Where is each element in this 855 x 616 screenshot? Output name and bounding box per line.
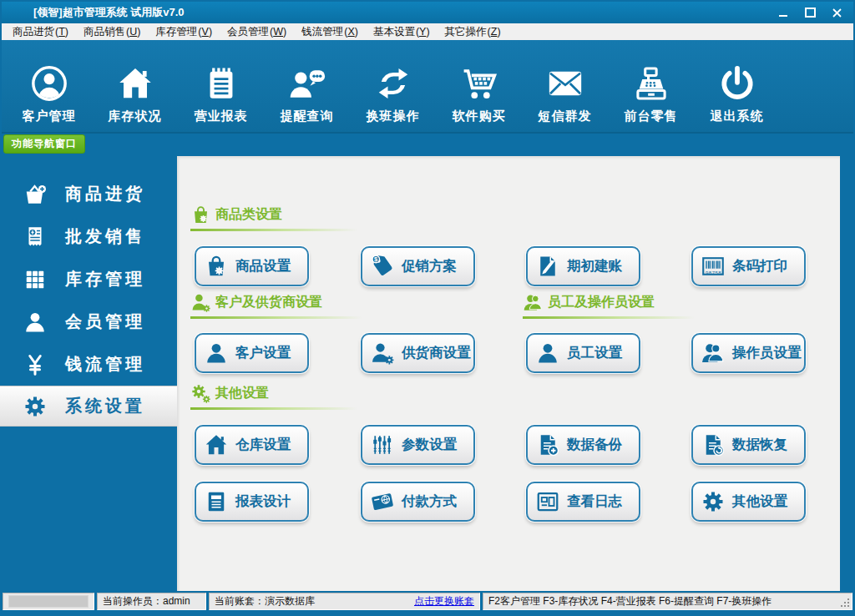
switch-account-link[interactable]: 点击更换账套	[414, 594, 474, 608]
close-button[interactable]	[828, 5, 845, 20]
status-bar: 当前操作员：admin 当前账套：演示数据库 点击更换账套 F2客户管理 F3-…	[3, 593, 852, 610]
toolbar-item-exit-system[interactable]: 退出系统	[694, 46, 780, 126]
toolbar-item-sms-broadcast[interactable]: 短信群发	[522, 46, 608, 126]
report-doc-icon	[204, 489, 229, 514]
gear-icon	[22, 393, 48, 420]
section-staff-operator-settings: 员工及操作员设置	[523, 292, 695, 319]
cash-register-icon	[632, 64, 670, 103]
parameter-settings-button[interactable]: 参数设置	[361, 425, 475, 465]
other-settings-button[interactable]: 其他设置	[691, 482, 806, 522]
resize-grip[interactable]	[841, 598, 849, 607]
sidebar-item-purchase[interactable]: 商品进货	[0, 173, 177, 215]
toolbar-item-retail-pos[interactable]: 前台零售	[608, 46, 694, 126]
section-customer-supplier-settings: 客户及供货商设置	[190, 292, 362, 319]
menu-item-member[interactable]: 会员管理W	[220, 23, 294, 40]
menu-item-other-ops[interactable]: 其它操作Z	[438, 23, 508, 40]
sidebar-item-member[interactable]: 会员管理	[0, 300, 177, 343]
sidebar-item-system-settings[interactable]: 系统设置	[0, 386, 177, 427]
menu-bar: 商品进货T 商品销售U 库存管理V 会员管理W 钱流管理X 基本设置Y 其它操作…	[2, 23, 853, 40]
status-progress	[8, 595, 89, 608]
log-windows-icon	[535, 489, 560, 514]
person-icon	[22, 309, 48, 336]
person-gear-icon	[370, 341, 395, 366]
report-pad-icon	[202, 64, 240, 103]
section-divider	[190, 316, 362, 319]
doc-plus-icon	[535, 432, 560, 457]
section-other-settings: 其他设置	[190, 383, 357, 410]
people-icon	[701, 341, 726, 366]
section-divider	[190, 229, 357, 231]
toolbar-item-reminder-query[interactable]: 提醒查询	[264, 46, 350, 126]
minimize-button[interactable]	[775, 5, 792, 20]
operator-settings-button[interactable]: 操作员设置	[691, 333, 806, 373]
promotion-plan-button[interactable]: 促销方案	[361, 246, 475, 286]
status-account: 当前账套：演示数据库	[215, 594, 315, 608]
warehouse-settings-button[interactable]: 仓库设置	[195, 425, 309, 465]
price-tag-icon	[370, 254, 395, 279]
sidebar: 商品进货 批发销售 库存管理 会员管理 钱流管理 系统设置	[0, 134, 177, 593]
person-gear-icon	[190, 292, 211, 313]
minimize-icon	[779, 15, 787, 17]
maximize-button[interactable]	[802, 5, 818, 20]
payment-method-button[interactable]: 付款方式	[361, 482, 475, 522]
toolbar-item-stock-status[interactable]: 库存状况	[92, 46, 178, 126]
menu-item-cashflow[interactable]: 钱流管理X	[294, 23, 366, 40]
menu-item-sales[interactable]: 商品销售U	[76, 23, 148, 40]
customer-circle-icon	[30, 64, 68, 103]
section-divider	[190, 407, 357, 410]
status-hotkeys-cell: F2客户管理 F3-库存状况 F4-营业报表 F6-提醒查询 F7-换班操作	[483, 593, 852, 610]
sidebar-item-inventory[interactable]: 库存管理	[0, 258, 177, 300]
employee-settings-button[interactable]: 员工设置	[526, 333, 640, 373]
grid-icon	[22, 266, 48, 293]
bag-gear-icon	[190, 204, 211, 225]
cart-icon	[460, 64, 498, 103]
menu-item-basic-settings[interactable]: 基本设置Y	[366, 23, 438, 40]
status-progress-cell	[3, 593, 94, 610]
window-title: [领智]超市管理系统 试用版v7.0	[33, 5, 185, 20]
reminder-chat-icon	[288, 64, 326, 103]
home-icon	[204, 432, 229, 457]
receipt-dollar-icon	[22, 224, 48, 250]
sidebar-item-cashflow[interactable]: 钱流管理	[0, 343, 177, 386]
menu-item-inventory[interactable]: 库存管理V	[148, 23, 220, 40]
toolbar-item-shift-change[interactable]: 换班操作	[350, 46, 436, 126]
bag-gear-icon	[204, 254, 229, 279]
doc-pen-icon	[535, 254, 560, 279]
mail-icon	[546, 64, 584, 103]
window-controls	[775, 2, 845, 23]
initial-account-button[interactable]: 期初建账	[526, 246, 640, 286]
toolbar-item-customer-mgmt[interactable]: 客户管理	[6, 46, 92, 126]
customer-settings-button[interactable]: 客户设置	[195, 333, 309, 373]
supplier-settings-button[interactable]: 供货商设置	[361, 333, 475, 373]
data-restore-button[interactable]: 数据恢复	[691, 425, 806, 465]
section-divider	[523, 316, 695, 319]
product-settings-button[interactable]: 商品设置	[195, 246, 309, 286]
person-icon	[204, 341, 229, 366]
report-design-button[interactable]: 报表设计	[195, 482, 309, 522]
menu-item-purchase[interactable]: 商品进货T	[5, 23, 76, 40]
status-hotkeys: F2客户管理 F3-库存状况 F4-营业报表 F6-提醒查询 F7-换班操作	[488, 594, 772, 608]
barcode-print-button[interactable]: 98758 条码打印	[691, 246, 806, 286]
toolbar-item-software-purchase[interactable]: 软件购买	[436, 46, 522, 126]
toolbar: 客户管理 库存状况 营业报表 提醒查询 换班操作 软件购买 短信群发 前台零售 …	[2, 40, 853, 134]
toolbar-item-business-report[interactable]: 营业报表	[178, 46, 264, 126]
doc-restore-icon	[701, 432, 726, 457]
person-icon	[535, 341, 560, 366]
gears-icon	[190, 383, 211, 404]
home-icon	[116, 64, 154, 103]
section-product-settings: 商品类设置	[190, 204, 357, 231]
data-backup-button[interactable]: 数据备份	[526, 425, 640, 465]
maximize-icon	[805, 8, 816, 18]
main-panel: 商品类设置 客户及供货商设置 员工及操作员设置 其他设置 商品设置 促销方案 期…	[177, 156, 840, 591]
people-icon	[523, 292, 544, 313]
gear-icon	[701, 489, 726, 514]
view-log-button[interactable]: 查看日志	[526, 482, 640, 522]
sidebar-item-wholesale[interactable]: 批发销售	[0, 215, 177, 258]
basket-plus-icon	[22, 181, 48, 208]
sliders-icon	[370, 432, 395, 457]
shift-sync-icon	[374, 64, 412, 103]
status-operator: 当前操作员：admin	[97, 593, 206, 610]
app-window: [领智]超市管理系统 试用版v7.0 商品进货T 商品销售U 库存管理V 会员管…	[0, 0, 855, 616]
close-icon	[832, 8, 842, 18]
title-bar: [领智]超市管理系统 试用版v7.0	[2, 2, 853, 23]
